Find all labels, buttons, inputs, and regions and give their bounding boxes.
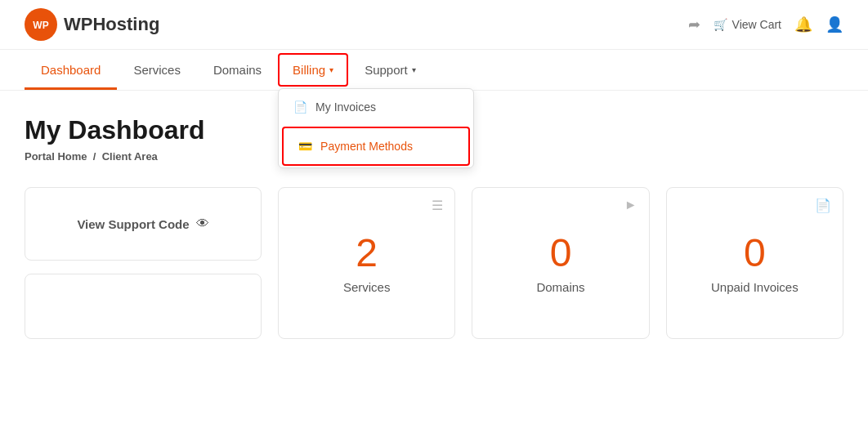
invoice-icon: 📄 bbox=[293, 100, 307, 114]
domains-card[interactable]: ► 0 Domains bbox=[472, 187, 649, 339]
unpaid-invoices-label: Unpaid Invoices bbox=[711, 280, 799, 294]
my-invoices-label: My Invoices bbox=[315, 100, 376, 114]
billing-dropdown-wrapper: Billing ▾ 📄 My Invoices 💳 Payment Method… bbox=[278, 53, 348, 87]
user-icon[interactable]: 👤 bbox=[825, 16, 843, 33]
logo-text: WPHosting bbox=[64, 14, 159, 35]
services-label: Services bbox=[343, 280, 391, 294]
nav-item-services[interactable]: Services bbox=[117, 50, 197, 90]
dropdown-item-my-invoices[interactable]: 📄 My Invoices bbox=[279, 89, 473, 125]
bell-icon[interactable]: 🔔 bbox=[794, 16, 812, 33]
breadcrumb-current: Client Area bbox=[102, 150, 158, 163]
unpaid-invoices-number: 0 bbox=[744, 232, 766, 275]
nav-item-dashboard[interactable]: Dashboard bbox=[25, 50, 117, 90]
domains-icon: ► bbox=[624, 198, 638, 212]
logo-icon: WP bbox=[25, 8, 57, 41]
dashboard-cards: View Support Code 👁 ☰ 2 Services ► 0 Dom… bbox=[25, 187, 843, 339]
svg-text:WP: WP bbox=[33, 20, 48, 31]
payment-icon: 💳 bbox=[298, 140, 312, 153]
services-card[interactable]: ☰ 2 Services bbox=[278, 187, 455, 339]
header: WP WPHosting ➦ 🛒 View Cart 🔔 👤 bbox=[0, 0, 868, 50]
unpaid-invoices-icon: 📄 bbox=[815, 198, 831, 213]
support-code-card[interactable]: View Support Code 👁 bbox=[25, 187, 262, 261]
support-code-label: View Support Code bbox=[77, 217, 189, 231]
services-icon: ☰ bbox=[432, 198, 443, 213]
logo-area: WP WPHosting bbox=[25, 8, 159, 41]
cart-icon: 🛒 bbox=[714, 18, 727, 31]
services-number: 2 bbox=[356, 232, 378, 275]
breadcrumb-home[interactable]: Portal Home bbox=[25, 150, 90, 163]
nav-item-domains[interactable]: Domains bbox=[197, 50, 278, 90]
unpaid-invoices-card[interactable]: 📄 0 Unpaid Invoices bbox=[666, 187, 843, 339]
share-icon[interactable]: ➦ bbox=[688, 16, 700, 33]
nav-item-billing[interactable]: Billing ▾ bbox=[278, 53, 348, 87]
eye-icon: 👁 bbox=[196, 216, 209, 231]
nav-item-support[interactable]: Support ▾ bbox=[348, 50, 432, 90]
chevron-down-icon-support: ▾ bbox=[412, 65, 416, 74]
domains-number: 0 bbox=[550, 232, 572, 275]
payment-methods-label: Payment Methods bbox=[320, 140, 413, 153]
header-right: ➦ 🛒 View Cart 🔔 👤 bbox=[688, 16, 843, 33]
dropdown-item-payment-methods[interactable]: 💳 Payment Methods bbox=[282, 127, 470, 166]
domains-label: Domains bbox=[536, 280, 584, 294]
chevron-down-icon: ▾ bbox=[329, 65, 333, 74]
view-cart-label: View Cart bbox=[732, 18, 781, 31]
main-nav: Dashboard Services Domains Billing ▾ 📄 M… bbox=[0, 50, 868, 91]
billing-dropdown-menu: 📄 My Invoices 💳 Payment Methods bbox=[278, 88, 474, 168]
view-cart-button[interactable]: 🛒 View Cart bbox=[714, 18, 781, 31]
extra-card bbox=[25, 274, 262, 339]
left-cards-column: View Support Code 👁 bbox=[25, 187, 262, 339]
